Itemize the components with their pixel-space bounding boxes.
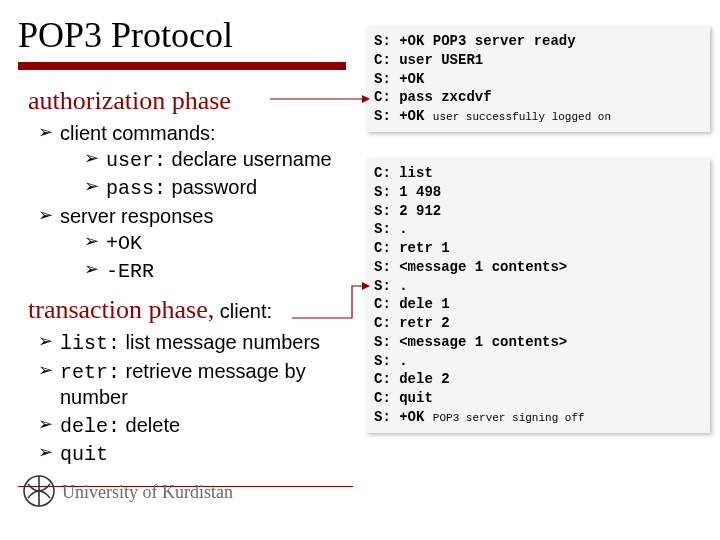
dele-desc: delete [120, 414, 180, 436]
server-responses-label: server responses [60, 205, 213, 227]
pass-desc: password [166, 176, 257, 198]
resp-ok: +OK [106, 232, 142, 255]
terminal-transaction: C: listS: 1 498S: 2 912S: .C: retr 1S: <… [366, 158, 710, 433]
resp-ok-item: +OK [84, 230, 358, 257]
server-responses-item: server responses +OK -ERR [38, 204, 358, 285]
client-commands-item: client commands: user: declare username … [38, 121, 358, 202]
retr-cmd-item: retr: retrieve message by number [38, 359, 358, 411]
phase2-suffix: client: [214, 300, 272, 322]
terminal-authorization: S: +OK POP3 server readyC: user USER1S: … [366, 26, 710, 132]
user-cmd: user: [106, 149, 166, 172]
svg-marker-1 [362, 95, 370, 103]
list-cmd: list: [60, 332, 120, 355]
svg-marker-2 [362, 282, 370, 290]
arrow-auth-phase [270, 92, 370, 106]
dele-cmd-item: dele: delete [38, 413, 358, 440]
pass-cmd: pass: [106, 177, 166, 200]
quit-cmd: quit [60, 443, 108, 466]
list-cmd-item: list: list message numbers [38, 330, 358, 357]
pass-cmd-item: pass: password [84, 175, 358, 202]
client-commands-label: client commands: [60, 122, 216, 144]
user-cmd-item: user: declare username [84, 147, 358, 174]
list-desc: list message numbers [120, 331, 320, 353]
slide-title: POP3 Protocol [18, 14, 233, 56]
university-logo-icon [22, 474, 56, 508]
arrow-trans-phase [292, 282, 370, 322]
retr-cmd: retr: [60, 361, 120, 384]
resp-err-item: -ERR [84, 258, 358, 285]
dele-cmd: dele: [60, 415, 120, 438]
resp-err: -ERR [106, 260, 154, 283]
quit-cmd-item: quit [38, 441, 358, 468]
phase2-heading-text: transaction phase, [28, 295, 214, 324]
left-column: authorization phase client commands: use… [28, 84, 358, 476]
title-underline [18, 62, 346, 70]
footer-text: University of Kurdistan [62, 482, 233, 503]
user-desc: declare username [166, 148, 332, 170]
